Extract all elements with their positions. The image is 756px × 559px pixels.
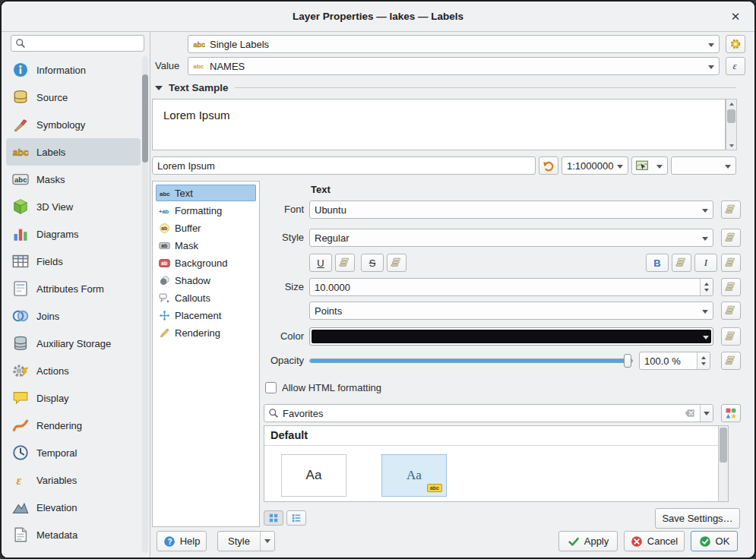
save-settings-button[interactable]: Save Settings… [655,508,740,529]
font-color-button[interactable] [309,327,713,346]
value-field-select[interactable]: abc NAMES [188,57,720,75]
sidebar-item-information[interactable]: Information [6,56,141,84]
sidebar-scrollbar[interactable] [142,56,148,553]
sidebar-item-rendering[interactable]: Rendering [6,412,141,439]
elevation-icon [12,499,29,516]
chevron-down-icon [708,43,714,47]
allow-html-label: Allow HTML formatting [282,379,381,397]
sidebar-item-labels[interactable]: abcLabels [6,138,141,166]
font-override-button[interactable] [721,201,741,219]
style-browser: Default AaAaabc [264,425,729,502]
scale-select[interactable]: 1:1000000 [561,156,628,175]
size-unit-select[interactable]: Points [309,302,713,320]
size-value: 10.0000 [315,282,350,293]
data-defined-icon [725,305,737,317]
spin-buttons[interactable] [697,352,710,369]
chevron-down-icon [725,165,731,169]
browser-scrollbar-handle[interactable] [720,428,727,463]
sample-text-input[interactable] [152,156,536,175]
style-preview-default-text-format[interactable]: Aa [281,454,346,497]
style-search-field[interactable] [264,404,713,422]
group-divider [235,87,736,88]
strikethrough-button[interactable]: S [361,254,384,272]
italic-override-button[interactable] [721,254,741,272]
expression-builder-button[interactable]: ε [726,57,745,75]
sidebar-item-label: 3D View [36,201,73,213]
sidebar-search[interactable] [11,35,144,52]
sidebar-item-variables[interactable]: εVariables [6,466,141,494]
sidebar-item-symbology[interactable]: Symbology [6,111,141,138]
size-unit-override-button[interactable] [721,302,741,320]
sidebar-search-input[interactable] [29,38,140,49]
opacity-override-button[interactable] [721,352,741,370]
style-label: Style [223,229,304,247]
auto-placement-button[interactable] [726,35,745,53]
sample-background-select[interactable] [671,156,736,175]
auxiliary-storage-icon [12,335,29,352]
sidebar-item-joins[interactable]: Joins [6,302,141,330]
temporal-icon [12,444,29,461]
sidebar-item-auxiliary-storage[interactable]: Auxiliary Storage [6,330,141,357]
reset-sample-button[interactable] [539,156,558,175]
spin-buttons[interactable] [700,279,713,295]
map-preview-select[interactable] [631,156,668,175]
sample-scrollbar-handle[interactable] [727,109,735,123]
sidebar-scrollbar-handle[interactable] [142,74,148,163]
backspace-icon[interactable] [684,407,696,419]
underline-button[interactable]: U [309,254,332,272]
sidebar-item-3d-view[interactable]: 3D View [6,193,141,220]
tab-text[interactable]: abcText [156,185,256,201]
style-override-button[interactable] [721,229,741,247]
sidebar-item-diagrams[interactable]: Diagrams [6,220,141,248]
sidebar-item-masks[interactable]: abcMasks [6,166,141,193]
ok-button[interactable]: OK [691,531,738,551]
list-view-button[interactable] [286,510,306,526]
style-manager-button[interactable] [721,404,741,422]
sidebar-item-metadata[interactable]: Metadata [6,521,141,548]
sidebar-item-actions[interactable]: Actions [6,357,141,384]
close-button[interactable]: ✕ [727,8,744,25]
help-button[interactable]: ? Help [157,531,207,551]
apply-button[interactable]: Apply [558,531,618,551]
sidebar-item-display[interactable]: Display [6,384,141,412]
text-sample-preview: Lorem Ipsum [152,99,726,150]
sidebar-item-attributes-form[interactable]: Attributes Form [6,275,141,302]
scroll-up-icon[interactable] [726,99,736,108]
svg-text:ab: ab [161,261,167,266]
auto-placement-icon [729,38,742,50]
sidebar-item-temporal[interactable]: Temporal [6,439,141,466]
style-menu-button[interactable]: Style [217,531,275,551]
strikethrough-override-button[interactable] [387,254,406,272]
cancel-button[interactable]: Cancel [624,531,685,551]
style-search-dropdown[interactable] [700,405,713,422]
font-style-select[interactable]: Regular [309,229,713,247]
sidebar-item-source[interactable]: Source [6,84,141,111]
size-override-button[interactable] [721,278,741,296]
font-select[interactable]: Ubuntu [309,201,713,219]
text-sample-group[interactable]: Text Sample [155,82,736,93]
opacity-spinbox[interactable]: 100.0 % [639,352,710,370]
tab-placement[interactable]: Placement [156,307,256,324]
opacity-slider-handle[interactable] [624,354,631,368]
italic-button[interactable]: I [694,254,717,272]
data-defined-icon [725,330,737,343]
size-spinbox[interactable]: 10.0000 [309,278,713,296]
sidebar-item-label: Elevation [36,502,77,513]
underline-override-button[interactable] [335,254,355,272]
browser-scrollbar[interactable] [718,426,728,501]
style-preview-default-label-settings[interactable]: Aaabc [381,454,447,497]
bold-override-button[interactable] [672,254,691,272]
svg-text:abc: abc [14,175,27,184]
sidebar-item-elevation[interactable]: Elevation [6,494,141,521]
bold-button[interactable]: B [646,254,669,272]
tab-background[interactable]: abBackground [156,254,256,271]
scroll-down-icon[interactable] [726,141,736,150]
color-override-button[interactable] [721,327,741,346]
sidebar-item-fields[interactable]: Fields [6,248,141,275]
sample-scrollbar[interactable] [726,99,737,150]
opacity-slider[interactable] [309,352,633,370]
style-search-input[interactable] [283,408,680,419]
label-mode-select[interactable]: abc Single Labels [188,35,720,53]
allow-html-checkbox[interactable] [265,382,277,393]
icon-view-button[interactable] [264,510,283,526]
